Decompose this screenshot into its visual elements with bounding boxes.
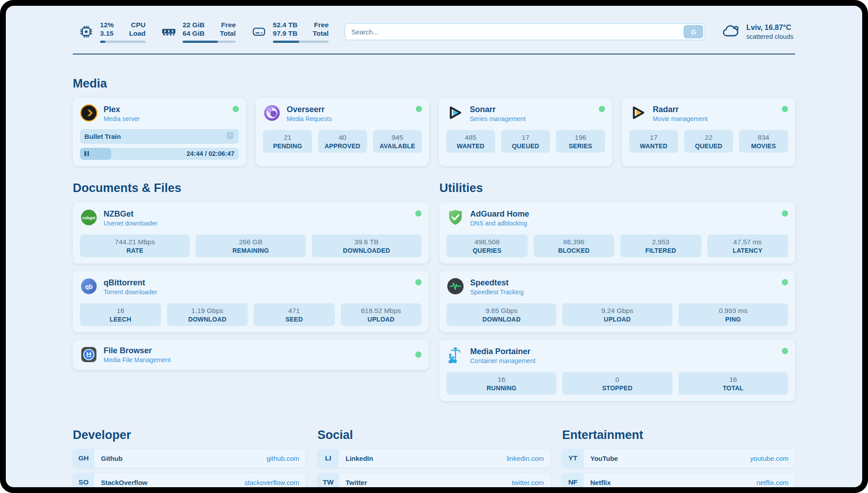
app-card-adguard[interactable]: AdGuard Home DNS and adblocking 498,508 … <box>439 202 795 263</box>
status-online-dot <box>782 279 788 285</box>
stat-ping: 0.993 ms PING <box>678 303 788 326</box>
ram-icon <box>161 24 177 40</box>
radarr-icon <box>629 104 647 122</box>
portainer-icon <box>447 346 464 364</box>
status-online-dot <box>782 210 788 217</box>
app-title: qBittorrent <box>104 278 157 288</box>
link-name: Github <box>101 455 122 462</box>
stat-stopped: 0 STOPPED <box>562 372 672 395</box>
disk-progress-track <box>273 41 329 43</box>
app-card-qbittorrent[interactable]: qb qBittorrent Torrent downloader 16 LEE… <box>73 271 429 332</box>
app-subtitle: DNS and adblocking <box>470 220 529 228</box>
app-subtitle: Speedtest Tracking <box>470 288 524 297</box>
stat-available: 945 AVAILABLE <box>373 130 422 153</box>
status-online-dot <box>415 279 421 285</box>
link-netflix[interactable]: NF Netflix netflix.com <box>562 473 795 487</box>
link-github[interactable]: GH Github github.com <box>73 449 306 468</box>
stat-download: 9.65 Gbps DOWNLOAD <box>447 303 556 326</box>
nzbget-icon: nzbget <box>80 209 98 226</box>
disk-total-value: 97.9 TB <box>273 29 297 38</box>
section-documents: Documents & Files nzbget NZBGet Usenet d… <box>73 181 429 409</box>
section-title-social: Social <box>317 428 551 442</box>
window-frame: 12% 3.15 CPU Load <box>0 0 868 493</box>
section-utilities: Utilities AdGuard Home <box>439 181 795 409</box>
status-online-dot <box>233 106 239 112</box>
stat-wanted: 485 WANTED <box>446 130 495 153</box>
link-badge: YT <box>562 449 584 468</box>
section-entertainment: Entertainment YT YouTube youtube.com NF … <box>562 428 795 487</box>
section-title-documents: Documents & Files <box>73 181 429 195</box>
stat-pending: 21 PENDING <box>263 130 312 153</box>
link-url: youtube.com <box>750 455 789 462</box>
stat-seed: 471 SEED <box>254 303 335 326</box>
app-title: Sonarr <box>470 104 526 115</box>
stat-remaining: 266 GB REMAINING <box>196 234 305 257</box>
disk-icon <box>251 24 267 40</box>
app-subtitle: Media File Management <box>104 356 171 364</box>
app-card-sonarr[interactable]: Sonarr Series management 485 WANTED 17 Q… <box>439 98 612 166</box>
cpu-load-value: 3.15 <box>100 29 114 38</box>
cloud-icon <box>721 22 741 42</box>
app-card-nzbget[interactable]: nzbget NZBGet Usenet downloader 744.21 M… <box>73 202 429 263</box>
app-card-speedtest[interactable]: Speedtest Speedtest Tracking 9.65 Gbps D… <box>439 271 795 332</box>
disk-progress-fill <box>273 41 299 43</box>
app-card-portainer[interactable]: Media Portainer Container management 16 … <box>439 340 795 401</box>
link-badge: GH <box>73 449 94 468</box>
app-title: Speedtest <box>470 278 524 288</box>
stat-queued: 17 QUEUED <box>501 130 550 153</box>
section-media: Media Plex Media server <box>73 77 795 166</box>
link-youtube[interactable]: YT YouTube youtube.com <box>562 449 795 468</box>
ram-progress-fill <box>183 41 218 43</box>
link-url: stackoverflow.com <box>244 479 299 486</box>
link-url: linkedin.com <box>507 455 544 462</box>
cpu-usage-value: 12% <box>100 21 114 29</box>
app-card-filebrowser[interactable]: File Browser Media File Management <box>73 340 429 370</box>
weather-location: Lviv, 16.87°C <box>746 23 793 32</box>
app-card-overseerr[interactable]: Overseerr Media Requests 21 PENDING 40 A… <box>256 98 429 166</box>
link-name: StackOverflow <box>101 479 147 486</box>
app-card-radarr[interactable]: Radarr Movie management 17 WANTED 22 QUE… <box>622 98 795 166</box>
ram-total-label: Total <box>220 29 236 38</box>
header: 12% 3.15 CPU Load <box>73 21 795 43</box>
status-online-dot <box>782 106 788 112</box>
stat-leech: 16 LEECH <box>80 303 161 326</box>
app-subtitle: Movie management <box>653 115 708 123</box>
section-title-entertainment: Entertainment <box>562 428 795 442</box>
section-title-media: Media <box>73 77 795 91</box>
load-label: Load <box>129 29 146 38</box>
media-session-icon[interactable] <box>226 131 234 142</box>
qbittorrent-icon: qb <box>80 277 98 295</box>
link-linkedin[interactable]: LI LinkedIn linkedin.com <box>317 449 551 468</box>
stat-movies: 834 MOVIES <box>739 130 788 153</box>
cpu-label: CPU <box>129 21 146 29</box>
stat-wanted: 17 WANTED <box>629 130 678 153</box>
app-title: Radarr <box>653 104 708 115</box>
link-stackoverflow[interactable]: SO StackOverflow stackoverflow.com <box>73 473 306 487</box>
disk-free-label: Free <box>313 21 329 29</box>
search-input[interactable] <box>345 23 705 40</box>
search-engine-button[interactable]: G <box>684 25 703 38</box>
cpu-progress-fill <box>100 41 105 43</box>
search-bar: G <box>345 23 705 40</box>
speedtest-icon <box>447 277 464 295</box>
app-title: NZBGet <box>104 209 158 219</box>
now-playing-title: Bullet Train <box>84 133 121 140</box>
app-subtitle: Series management <box>470 115 526 123</box>
section-social: Social LI LinkedIn linkedin.com TW Twitt… <box>317 428 551 487</box>
link-name: Netflix <box>590 479 611 486</box>
stat-approved: 40 APPROVED <box>318 130 367 153</box>
weather-widget: Lviv, 16.87°C scattered clouds <box>721 22 795 42</box>
cpu-widget: 12% 3.15 CPU Load <box>78 21 146 43</box>
app-subtitle: Usenet downloader <box>104 220 158 228</box>
playback-progress-bar[interactable]: 24:44 / 02:06:47 <box>80 148 239 160</box>
pause-icon[interactable] <box>84 151 89 156</box>
svg-text:qb: qb <box>85 283 92 290</box>
adguard-icon <box>447 209 464 226</box>
ram-free-label: Free <box>220 21 236 29</box>
status-online-dot <box>416 106 422 112</box>
link-twitter[interactable]: TW Twitter twitter.com <box>317 473 551 487</box>
system-widgets: 12% 3.15 CPU Load <box>78 21 329 43</box>
svg-text:nzbget: nzbget <box>83 215 96 220</box>
app-card-plex[interactable]: Plex Media server Bullet Train <box>73 98 246 166</box>
filebrowser-icon <box>80 346 98 363</box>
